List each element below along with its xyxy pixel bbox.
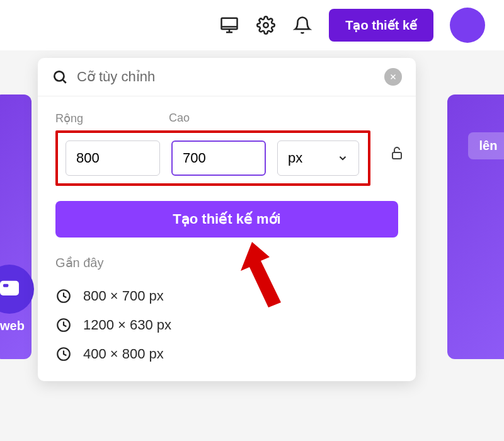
height-input[interactable] — [171, 140, 266, 176]
svg-rect-5 — [0, 281, 19, 295]
lock-aspect-icon[interactable] — [389, 146, 404, 161]
recent-item-label: 400 × 800 px — [83, 346, 164, 362]
web-label: web — [0, 319, 25, 333]
clock-icon — [55, 317, 72, 333]
dimensions-highlight: px — [55, 130, 370, 186]
recent-section: Gần đây 504 × 441 px 1200 × 630 px 400 ×… — [38, 238, 416, 369]
recent-title: Gần đây — [55, 255, 398, 270]
svg-rect-11 — [392, 152, 401, 159]
svg-line-8 — [63, 80, 66, 83]
top-bar: Tạo thiết kế — [0, 0, 504, 50]
chevron-down-icon — [337, 152, 348, 164]
width-input[interactable] — [66, 140, 160, 176]
create-new-design-button[interactable]: Tạo thiết kế mới — [55, 201, 398, 238]
width-label: Rộng — [55, 112, 156, 125]
dimensions-area: Rộng Cao px — [38, 96, 416, 186]
recent-item[interactable]: 504 × 441 px — [55, 282, 398, 311]
clock-icon — [55, 288, 72, 304]
bell-icon[interactable] — [292, 15, 312, 35]
gear-icon[interactable] — [256, 15, 276, 35]
unit-select[interactable]: px — [277, 140, 359, 176]
search-row — [38, 58, 416, 96]
search-input[interactable] — [77, 69, 375, 85]
unit-value: px — [288, 150, 302, 166]
recent-item-label: 504 × 441 px — [83, 288, 164, 304]
clear-search-button[interactable] — [384, 68, 402, 86]
background-card-right: lên — [447, 94, 504, 359]
recent-item[interactable]: 1200 × 630 px — [55, 311, 398, 340]
svg-point-4 — [263, 23, 268, 28]
svg-point-7 — [54, 71, 64, 81]
svg-rect-6 — [3, 284, 8, 287]
search-icon — [52, 69, 68, 85]
recent-item-label: 1200 × 630 px — [83, 317, 171, 333]
custom-size-popover: Rộng Cao px Tạo thiết kế mới Gần đây — [38, 58, 416, 381]
avatar[interactable] — [450, 8, 485, 43]
recent-item[interactable]: 400 × 800 px — [55, 340, 398, 369]
upload-chip[interactable]: lên — [468, 132, 504, 159]
height-label: Cao — [169, 112, 190, 125]
clock-icon — [55, 346, 72, 362]
create-design-button[interactable]: Tạo thiết kế — [329, 9, 433, 42]
desktop-icon[interactable] — [219, 15, 239, 35]
